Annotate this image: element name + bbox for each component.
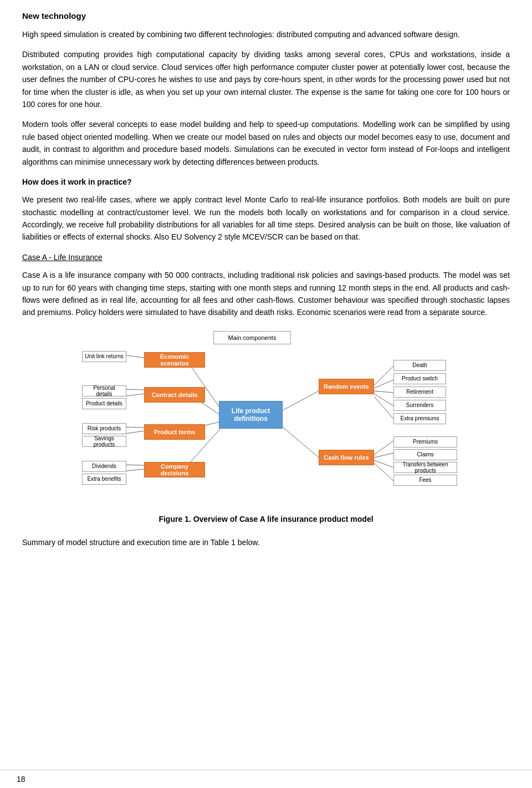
economic-scenarios-box: Economic scenarios (144, 352, 205, 368)
page-footer: 18 (0, 770, 532, 788)
death-box: Death (393, 360, 446, 371)
svg-line-5 (283, 427, 319, 457)
svg-line-13 (374, 460, 393, 467)
figure-container: Main components Unit link returns Person… (72, 330, 460, 525)
svg-line-9 (374, 394, 393, 406)
paragraph-6: Summary of model structure and execution… (22, 536, 510, 548)
random-events-box: Random events (319, 379, 374, 394)
paragraph-5: Case A is a life insurance company with … (22, 269, 510, 319)
svg-line-11 (374, 441, 393, 455)
case-a-link[interactable]: Case A - Life Insurance (22, 251, 510, 263)
product-details-box: Product details (82, 398, 126, 409)
savings-products-box: Savings products (82, 436, 126, 447)
risk-products-box: Risk products (82, 423, 126, 434)
svg-line-14 (374, 463, 393, 481)
retirement-box: Retirement (393, 387, 446, 398)
svg-line-4 (283, 391, 319, 410)
product-terms-box: Product terms (144, 424, 205, 440)
premiums-box: Premiums (393, 436, 457, 448)
svg-line-10 (374, 396, 393, 419)
section-title: New technology (22, 11, 510, 21)
diagram: Main components Unit link returns Person… (72, 330, 460, 507)
company-decisions-box: Company decisions (144, 462, 205, 477)
fees-box: Fees (393, 475, 457, 486)
paragraph-3: Modern tools offer several concepts to e… (22, 118, 510, 168)
paragraph-1: High speed simulation is created by comb… (22, 28, 510, 40)
transfers-box: Transfers between products (393, 462, 457, 473)
extra-benefits-box: Extra benefits (82, 474, 126, 485)
contract-details-box: Contract details (144, 387, 205, 403)
surrenders-box: Surrenders (393, 400, 446, 411)
figure-caption: Figure 1. Overview of Case A life insura… (72, 513, 460, 525)
main-components-box: Main components (213, 331, 291, 344)
svg-line-7 (374, 380, 393, 388)
cash-flow-rules-box: Cash flow rules (319, 450, 374, 465)
personal-details-box: Personal details (82, 385, 126, 396)
section2-heading: How does it work in practice? (22, 176, 510, 188)
product-switch-box: Product switch (393, 373, 446, 384)
svg-line-8 (374, 391, 393, 393)
claims-box: Claims (393, 449, 457, 460)
paragraph-4: We present two real-life cases, where we… (22, 194, 510, 243)
life-product-definitions-box: Life productdefinitions (219, 401, 283, 429)
svg-line-12 (374, 453, 393, 457)
unit-link-returns-box: Unit link returns (82, 351, 126, 362)
paragraph-2: Distributed computing provides high comp… (22, 48, 510, 110)
extra-premiums-box: Extra premiums (393, 413, 446, 424)
page-number: 18 (17, 775, 25, 784)
dividends-box: Dividends (82, 461, 126, 472)
svg-line-6 (374, 366, 393, 385)
